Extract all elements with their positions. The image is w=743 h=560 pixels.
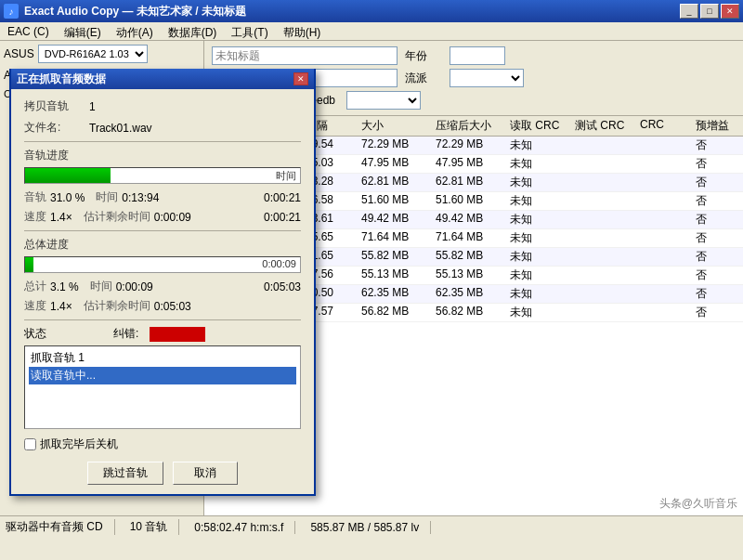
dialog-title-bar: 正在抓取音频数据 ✕ [11, 69, 314, 89]
log-item-1[interactable]: 读取音轨中... [29, 367, 296, 384]
cell-csize: 51.60 MB [432, 193, 506, 209]
cell-tcrc [571, 156, 636, 172]
cell-pregain: 否 [692, 156, 743, 172]
cell-tcrc [571, 137, 636, 153]
dialog-buttons: 跳过音轨 取消 [24, 462, 301, 485]
cell-size: 56.82 MB [358, 305, 432, 320]
track-speed-label: 速度 [24, 209, 46, 225]
drive-brand: ASUS [4, 47, 34, 60]
cell-pregain: 否 [692, 175, 743, 190]
minimize-button[interactable]: _ [680, 4, 698, 19]
cell-size: 62.81 MB [358, 175, 432, 190]
cell-crc [636, 230, 692, 246]
col-header-csize: 压缩后大小 [432, 118, 506, 134]
window-controls: _ □ ✕ [680, 4, 739, 19]
cell-csize: 47.95 MB [432, 156, 506, 172]
genre-select[interactable] [450, 69, 524, 87]
track-time-display: 时间 [276, 169, 296, 183]
cell-pregain: 否 [692, 267, 743, 283]
total-progress-label: 总体进度 [24, 237, 301, 253]
skip-track-button[interactable]: 跳过音轨 [87, 462, 163, 485]
col-header-size: 大小 [358, 118, 432, 134]
cell-tcrc [571, 193, 636, 209]
total-est-label: 估计剩余时间 [84, 298, 150, 314]
state-label: 状态 [24, 326, 46, 342]
cell-pregain: 否 [692, 212, 743, 228]
status-tracks: 10 音轨 [130, 519, 180, 535]
total-speed-label: 速度 [24, 298, 46, 314]
cell-pregain: 否 [692, 193, 743, 209]
track-est-remaining: 0:00:21 [264, 211, 301, 224]
cell-crc [636, 193, 692, 209]
cell-csize: 62.35 MB [432, 286, 506, 302]
menu-action[interactable]: 动作(A) [109, 24, 161, 38]
cell-csize: 55.13 MB [432, 267, 506, 283]
cell-csize: 62.81 MB [432, 175, 506, 190]
cell-rcrc: 未知 [506, 286, 571, 302]
menu-database[interactable]: 数据库(D) [161, 24, 225, 38]
total-time-label: 时间 [90, 279, 112, 294]
status-bar: 驱动器中有音频 CD 10 音轨 0:58:02.47 h:m:s.f 585.… [0, 515, 743, 538]
cell-crc [636, 156, 692, 172]
duration-display: 0:58:02.47 h:m:s.f [194, 521, 283, 534]
app-icon: ♪ [4, 4, 19, 19]
size-display: 585.87 MB / 585.87 lv [310, 521, 419, 534]
cell-crc [636, 137, 692, 153]
total-time-value: 0:00:09 [116, 280, 153, 293]
dialog-title: 正在抓取音频数据 [17, 72, 106, 87]
total-pct-label: 总计 [24, 279, 46, 294]
cell-size: 49.42 MB [358, 212, 432, 228]
track-progress-label: 音轨进度 [24, 148, 301, 163]
album-title-input[interactable] [212, 46, 398, 65]
cell-rcrc: 未知 [506, 249, 571, 265]
genre-label: 流派 [405, 71, 442, 86]
cell-tcrc [571, 230, 636, 246]
track-progress-bar: 时间 [24, 167, 301, 184]
cell-tcrc [571, 267, 636, 283]
cell-rcrc: 未知 [506, 212, 571, 228]
track-est-value: 0:00:09 [154, 211, 191, 224]
maximize-button[interactable]: □ [700, 4, 719, 19]
close-button[interactable]: ✕ [721, 4, 739, 19]
cell-tcrc [571, 249, 636, 265]
cell-tcrc [571, 175, 636, 190]
menu-tools[interactable]: 工具(T) [224, 24, 275, 38]
track-pct-value: 31.0 % [50, 191, 85, 204]
cell-crc [636, 175, 692, 190]
tracks-count: 10 音轨 [130, 519, 168, 535]
shutdown-checkbox[interactable] [24, 438, 36, 450]
error-indicator [150, 327, 205, 342]
cell-crc [636, 267, 692, 283]
filename-label: 文件名: [24, 120, 89, 136]
menu-bar: EAC (C) 编辑(E) 动作(A) 数据库(D) 工具(T) 帮助(H) [0, 22, 743, 41]
cell-rcrc: 未知 [506, 230, 571, 246]
cell-pregain: 否 [692, 137, 743, 153]
filename-value: Track01.wav [89, 122, 301, 135]
menu-eac[interactable]: EAC (C) [0, 24, 57, 38]
year-input[interactable] [450, 46, 505, 65]
window-title: Exact Audio Copy — 未知艺术家 / 未知标题 [24, 4, 246, 20]
total-remaining: 0:05:03 [264, 280, 301, 293]
cancel-button[interactable]: 取消 [173, 462, 238, 485]
dialog-close-button[interactable]: ✕ [293, 72, 308, 85]
drive-info: ASUS DVD-R616A2 1.03 [4, 45, 200, 63]
dialog-body: 拷贝音轨 1 文件名: Track01.wav 音轨进度 时间 音轨 31.0 … [11, 89, 314, 494]
menu-help[interactable]: 帮助(H) [276, 24, 329, 38]
cell-tcrc [571, 212, 636, 228]
year-label: 年份 [405, 48, 442, 64]
total-pct-value: 3.1 % [50, 280, 79, 293]
cell-rcrc: 未知 [506, 137, 571, 153]
cell-csize: 71.64 MB [432, 230, 506, 246]
title-bar: ♪ Exact Audio Copy — 未知艺术家 / 未知标题 _ □ ✕ [0, 0, 743, 22]
menu-edit[interactable]: 编辑(E) [57, 24, 109, 38]
log-box[interactable]: 抓取音轨 1 读取音轨中... [24, 345, 301, 429]
drive-select[interactable]: DVD-R616A2 1.03 [38, 45, 148, 63]
freedb-select[interactable] [346, 91, 421, 110]
copy-track-label: 拷贝音轨 [24, 98, 89, 114]
cell-csize: 49.42 MB [432, 212, 506, 228]
cell-rcrc: 未知 [506, 175, 571, 190]
track-time-label: 时间 [96, 189, 118, 205]
drive-status-label: 驱动器中有音频 CD [6, 519, 103, 535]
cell-pregain: 否 [692, 249, 743, 265]
status-drive: 驱动器中有音频 CD [6, 519, 115, 535]
